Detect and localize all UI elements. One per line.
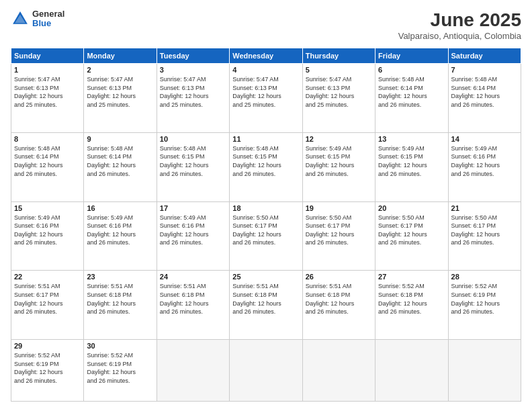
- week-row-5: 29Sunrise: 5:52 AM Sunset: 6:19 PM Dayli…: [11, 340, 521, 402]
- week-row-4: 22Sunrise: 5:51 AM Sunset: 6:17 PM Dayli…: [11, 271, 521, 340]
- day-info: Sunrise: 5:51 AM Sunset: 6:18 PM Dayligh…: [232, 282, 299, 316]
- day-cell: 8Sunrise: 5:48 AM Sunset: 6:14 PM Daylig…: [11, 132, 84, 201]
- day-info: Sunrise: 5:47 AM Sunset: 6:13 PM Dayligh…: [232, 75, 299, 109]
- day-number: 15: [14, 204, 81, 212]
- day-number: 19: [306, 204, 372, 212]
- day-cell: 27Sunrise: 5:52 AM Sunset: 6:18 PM Dayli…: [375, 271, 448, 340]
- day-info: Sunrise: 5:49 AM Sunset: 6:16 PM Dayligh…: [160, 214, 226, 247]
- day-cell: 29Sunrise: 5:52 AM Sunset: 6:19 PM Dayli…: [11, 340, 84, 402]
- header-row: SundayMondayTuesdayWednesdayThursdayFrid…: [11, 48, 521, 64]
- day-cell: 18Sunrise: 5:50 AM Sunset: 6:17 PM Dayli…: [230, 201, 302, 271]
- day-cell: 4Sunrise: 5:47 AM Sunset: 6:13 PM Daylig…: [230, 64, 302, 133]
- day-info: Sunrise: 5:50 AM Sunset: 6:17 PM Dayligh…: [451, 214, 518, 247]
- day-info: Sunrise: 5:52 AM Sunset: 6:19 PM Dayligh…: [451, 282, 518, 316]
- day-cell: 24Sunrise: 5:51 AM Sunset: 6:18 PM Dayli…: [157, 271, 229, 340]
- day-cell: 30Sunrise: 5:52 AM Sunset: 6:19 PM Dayli…: [84, 340, 157, 402]
- col-header-sunday: Sunday: [11, 48, 84, 64]
- day-info: Sunrise: 5:48 AM Sunset: 6:15 PM Dayligh…: [232, 144, 299, 178]
- logo-text: General Blue: [32, 9, 64, 29]
- day-info: Sunrise: 5:49 AM Sunset: 6:16 PM Dayligh…: [451, 144, 518, 178]
- day-number: 22: [14, 273, 81, 281]
- logo-icon: [11, 9, 30, 28]
- day-number: 20: [378, 204, 445, 212]
- logo: General Blue: [11, 9, 64, 29]
- day-number: 8: [14, 135, 81, 143]
- day-number: 12: [306, 135, 372, 143]
- day-info: Sunrise: 5:52 AM Sunset: 6:18 PM Dayligh…: [378, 282, 445, 316]
- day-number: 29: [14, 342, 81, 350]
- day-info: Sunrise: 5:48 AM Sunset: 6:14 PM Dayligh…: [87, 144, 153, 178]
- day-info: Sunrise: 5:49 AM Sunset: 6:15 PM Dayligh…: [378, 144, 445, 178]
- day-number: 30: [87, 342, 153, 350]
- day-number: 16: [87, 204, 153, 212]
- day-number: 25: [232, 273, 299, 281]
- day-cell: 28Sunrise: 5:52 AM Sunset: 6:19 PM Dayli…: [448, 271, 521, 340]
- day-number: 10: [160, 135, 226, 143]
- calendar-table: SundayMondayTuesdayWednesdayThursdayFrid…: [11, 48, 521, 402]
- day-number: 17: [160, 204, 226, 212]
- day-cell: 20Sunrise: 5:50 AM Sunset: 6:17 PM Dayli…: [375, 201, 448, 271]
- day-cell: 17Sunrise: 5:49 AM Sunset: 6:16 PM Dayli…: [157, 201, 229, 271]
- day-cell: 3Sunrise: 5:47 AM Sunset: 6:13 PM Daylig…: [157, 64, 229, 133]
- day-cell: 14Sunrise: 5:49 AM Sunset: 6:16 PM Dayli…: [448, 132, 521, 201]
- day-number: 1: [14, 66, 81, 74]
- day-cell: 26Sunrise: 5:51 AM Sunset: 6:18 PM Dayli…: [302, 271, 375, 340]
- day-cell: 12Sunrise: 5:49 AM Sunset: 6:15 PM Dayli…: [302, 132, 375, 201]
- day-number: 7: [451, 66, 518, 74]
- day-number: 5: [306, 66, 372, 74]
- day-cell: 25Sunrise: 5:51 AM Sunset: 6:18 PM Dayli…: [230, 271, 302, 340]
- day-info: Sunrise: 5:50 AM Sunset: 6:17 PM Dayligh…: [232, 214, 299, 247]
- title-block: June 2025 Valparaiso, Antioquia, Colombi…: [398, 9, 521, 41]
- day-cell: 11Sunrise: 5:48 AM Sunset: 6:15 PM Dayli…: [230, 132, 302, 201]
- day-info: Sunrise: 5:49 AM Sunset: 6:15 PM Dayligh…: [306, 144, 372, 178]
- day-number: 23: [87, 273, 153, 281]
- day-info: Sunrise: 5:51 AM Sunset: 6:17 PM Dayligh…: [14, 282, 81, 316]
- day-info: Sunrise: 5:47 AM Sunset: 6:13 PM Dayligh…: [160, 75, 226, 109]
- day-info: Sunrise: 5:48 AM Sunset: 6:14 PM Dayligh…: [378, 75, 445, 109]
- month-title: June 2025: [398, 9, 521, 31]
- day-cell: 19Sunrise: 5:50 AM Sunset: 6:17 PM Dayli…: [302, 201, 375, 271]
- week-row-1: 1Sunrise: 5:47 AM Sunset: 6:13 PM Daylig…: [11, 64, 521, 133]
- day-cell: 15Sunrise: 5:49 AM Sunset: 6:16 PM Dayli…: [11, 201, 84, 271]
- day-info: Sunrise: 5:51 AM Sunset: 6:18 PM Dayligh…: [306, 282, 372, 316]
- day-number: 6: [378, 66, 445, 74]
- day-info: Sunrise: 5:51 AM Sunset: 6:18 PM Dayligh…: [160, 282, 226, 316]
- day-cell: 23Sunrise: 5:51 AM Sunset: 6:18 PM Dayli…: [84, 271, 157, 340]
- week-row-2: 8Sunrise: 5:48 AM Sunset: 6:14 PM Daylig…: [11, 132, 521, 201]
- day-info: Sunrise: 5:50 AM Sunset: 6:17 PM Dayligh…: [306, 214, 372, 247]
- day-cell: 21Sunrise: 5:50 AM Sunset: 6:17 PM Dayli…: [448, 201, 521, 271]
- day-info: Sunrise: 5:48 AM Sunset: 6:14 PM Dayligh…: [14, 144, 81, 178]
- day-info: Sunrise: 5:48 AM Sunset: 6:15 PM Dayligh…: [160, 144, 226, 178]
- day-info: Sunrise: 5:51 AM Sunset: 6:18 PM Dayligh…: [87, 282, 153, 316]
- day-cell: [302, 340, 375, 402]
- day-info: Sunrise: 5:47 AM Sunset: 6:13 PM Dayligh…: [14, 75, 81, 109]
- subtitle: Valparaiso, Antioquia, Colombia: [398, 31, 521, 41]
- day-cell: 22Sunrise: 5:51 AM Sunset: 6:17 PM Dayli…: [11, 271, 84, 340]
- day-number: 21: [451, 204, 518, 212]
- day-number: 11: [232, 135, 299, 143]
- logo-line2: Blue: [32, 19, 64, 28]
- page: General Blue June 2025 Valparaiso, Antio…: [0, 0, 532, 411]
- day-info: Sunrise: 5:50 AM Sunset: 6:17 PM Dayligh…: [378, 214, 445, 247]
- day-info: Sunrise: 5:47 AM Sunset: 6:13 PM Dayligh…: [87, 75, 153, 109]
- day-number: 27: [378, 273, 445, 281]
- day-cell: 6Sunrise: 5:48 AM Sunset: 6:14 PM Daylig…: [375, 64, 448, 133]
- day-info: Sunrise: 5:49 AM Sunset: 6:16 PM Dayligh…: [14, 214, 81, 247]
- day-info: Sunrise: 5:49 AM Sunset: 6:16 PM Dayligh…: [87, 214, 153, 247]
- col-header-saturday: Saturday: [448, 48, 521, 64]
- col-header-thursday: Thursday: [302, 48, 375, 64]
- day-number: 13: [378, 135, 445, 143]
- day-cell: [230, 340, 302, 402]
- day-number: 24: [160, 273, 226, 281]
- day-number: 3: [160, 66, 226, 74]
- header: General Blue June 2025 Valparaiso, Antio…: [11, 9, 521, 41]
- day-cell: 5Sunrise: 5:47 AM Sunset: 6:13 PM Daylig…: [302, 64, 375, 133]
- col-header-friday: Friday: [375, 48, 448, 64]
- day-cell: [375, 340, 448, 402]
- day-info: Sunrise: 5:48 AM Sunset: 6:14 PM Dayligh…: [451, 75, 518, 109]
- logo-line1: General: [32, 9, 64, 19]
- day-number: 2: [87, 66, 153, 74]
- day-number: 14: [451, 135, 518, 143]
- day-cell: [448, 340, 521, 402]
- day-number: 26: [306, 273, 372, 281]
